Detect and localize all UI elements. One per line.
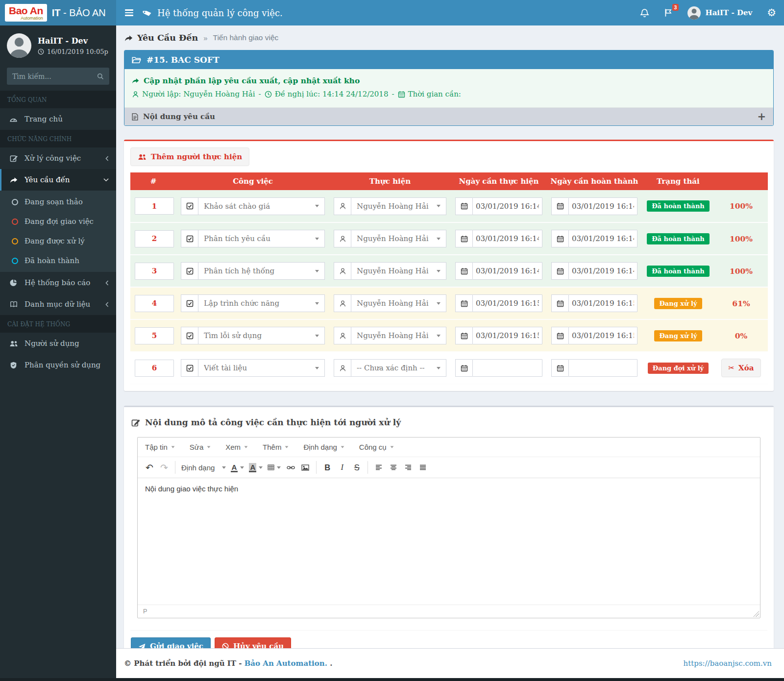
end-date-input[interactable] <box>568 230 637 247</box>
person-icon <box>334 262 351 280</box>
caret-down-icon <box>277 466 281 469</box>
insert-table-button[interactable] <box>265 460 283 475</box>
sidebar: HaiIT - Dev 16/01/2019 10:05p TỔNG QUAN … <box>0 25 116 678</box>
task-select[interactable]: Khảo sát chào giá <box>198 197 325 215</box>
richtext-editor: Tập tin Sửa Xem Thêm Định dạng Công cụ ↶… <box>137 437 760 618</box>
editor-content[interactable]: Nội dung giao việc thực hiện <box>138 478 760 605</box>
website-link[interactable]: https://baoanjsc.com.vn <box>684 659 772 668</box>
search-input[interactable] <box>12 73 97 80</box>
row-number-input[interactable] <box>135 197 174 215</box>
start-date-input[interactable] <box>472 359 542 377</box>
task-select[interactable]: Phân tích yêu cầu <box>198 230 325 247</box>
assignment-table: # Công việc Thực hiện Ngày cần thực hiện… <box>130 172 768 385</box>
start-date-input[interactable] <box>472 197 542 215</box>
sidebar-subitem-2[interactable]: Đang được xử lý <box>0 231 116 251</box>
search-button[interactable] <box>97 73 104 80</box>
assignee-select[interactable]: -- Chưa xác định -- <box>351 359 446 377</box>
row-number-input[interactable] <box>135 327 174 344</box>
row-number-input[interactable] <box>135 295 174 312</box>
breadcrumb-current[interactable]: Yêu Cầu Đến <box>124 33 198 43</box>
assignee-select[interactable]: Nguyễn Hoàng Hải <box>351 327 446 344</box>
text-color-button[interactable]: A <box>228 460 247 475</box>
notifications-button[interactable] <box>640 8 649 18</box>
row-number-input[interactable] <box>135 263 174 280</box>
align-justify-button[interactable] <box>416 460 430 475</box>
resize-handle[interactable] <box>753 611 759 617</box>
calendar-icon <box>557 332 564 340</box>
editor-menu-3[interactable]: Thêm <box>263 443 289 451</box>
align-center-button[interactable] <box>386 460 401 475</box>
align-right-button[interactable] <box>401 460 416 475</box>
align-left-button[interactable] <box>371 460 386 475</box>
task-select[interactable]: Lập trình chức năng <box>198 294 325 312</box>
task-select[interactable]: Phân tích hệ thống <box>198 262 325 280</box>
col-actions <box>714 172 768 190</box>
sidebar-subitem-0[interactable]: Đang soạn thảo <box>0 192 116 212</box>
user-menu[interactable]: HaiIT - Dev <box>687 6 752 20</box>
sidebar-subitem-3[interactable]: Đã hoàn thành <box>0 251 116 270</box>
undo-button[interactable]: ↶ <box>142 460 157 475</box>
assignee-select[interactable]: Nguyễn Hoàng Hải <box>351 230 446 247</box>
editor-menu-5[interactable]: Công cụ <box>359 443 394 451</box>
editor-menu-1[interactable]: Sửa <box>190 443 211 451</box>
sidebar-item-permissions[interactable]: Phân quyền sử dụng <box>0 354 116 376</box>
end-date-input[interactable] <box>568 262 637 280</box>
end-date-input[interactable] <box>568 197 637 215</box>
background-color-button[interactable]: A <box>246 460 265 475</box>
brand-logo[interactable]: Bao An Automation IT - BẢO AN <box>0 0 116 25</box>
expand-plus-icon[interactable]: + <box>757 113 766 121</box>
settings-button[interactable]: ⚙ <box>767 8 776 18</box>
calendar-icon <box>398 91 405 98</box>
send-assignment-button[interactable]: Gửi giao việc <box>131 637 211 648</box>
start-date-input[interactable] <box>472 294 542 312</box>
sidebar-item-reports[interactable]: Hệ thống báo cáo <box>0 272 116 293</box>
flags-button[interactable]: 3 <box>664 8 673 17</box>
company-link[interactable]: Bảo An Automation. <box>245 659 327 668</box>
page-title: Hệ thống quản lý công việc. <box>142 8 283 18</box>
assignee-select[interactable]: Nguyễn Hoàng Hải <box>351 197 446 215</box>
task-select[interactable]: Tìm lỗi sử dụng <box>198 327 325 344</box>
calendar-icon <box>551 359 568 377</box>
bold-button[interactable]: B <box>320 460 335 475</box>
insert-image-button[interactable] <box>298 460 313 475</box>
end-date-input[interactable] <box>568 294 637 312</box>
sidebar-toggle-icon[interactable] <box>124 6 134 19</box>
caret-down-icon <box>222 466 226 469</box>
calendar-icon <box>557 235 564 243</box>
editor-menu-2[interactable]: Xem <box>225 443 248 451</box>
end-date-input[interactable] <box>568 327 637 344</box>
assignee-select[interactable]: Nguyễn Hoàng Hải <box>351 262 446 280</box>
sidebar-subitem-1[interactable]: Đang đợi giao việc <box>0 212 116 231</box>
delete-row-button[interactable]: ✂ Xóa <box>721 359 761 377</box>
row-number-input[interactable] <box>135 230 174 247</box>
sidebar-item-process[interactable]: Xử lý công việc <box>0 147 116 169</box>
editor-menu-0[interactable]: Tập tin <box>145 443 175 451</box>
end-date-input[interactable] <box>568 359 637 377</box>
check-square-icon <box>186 332 194 340</box>
caret-down-icon <box>437 238 441 240</box>
insert-link-button[interactable] <box>283 460 298 475</box>
calendar-icon <box>461 268 468 275</box>
row-number-input[interactable] <box>135 360 174 377</box>
start-date-input[interactable] <box>472 327 542 344</box>
editor-menu-4[interactable]: Định dạng <box>303 443 344 451</box>
start-date-input[interactable] <box>472 262 542 280</box>
sidebar-item-requests[interactable]: Yêu cầu đến <box>0 169 116 191</box>
task-row: Khảo sát chào giá Nguyễn Hoàng Hải <box>130 190 768 222</box>
assignee-select[interactable]: Nguyễn Hoàng Hải <box>351 294 446 312</box>
sidebar-item-home[interactable]: Trang chủ <box>0 108 116 130</box>
sidebar-item-categories[interactable]: Danh mục dữ liệu <box>0 293 116 315</box>
strikethrough-button[interactable]: S <box>349 460 364 475</box>
start-date-input[interactable] <box>472 230 542 247</box>
sidebar-section-settings: CÀI ĐẶT HỆ THỐNG <box>0 315 116 333</box>
sidebar-item-users[interactable]: Người sử dụng <box>0 333 116 354</box>
check-square-icon <box>181 327 198 344</box>
add-assignee-button[interactable]: Thêm người thực hiện <box>130 147 249 166</box>
italic-button[interactable]: I <box>335 460 349 475</box>
redo-button[interactable]: ↷ <box>157 460 172 475</box>
task-select[interactable]: Viết tài liệu <box>198 359 325 377</box>
format-dropdown[interactable]: Định dạng <box>179 460 228 475</box>
avatar <box>7 33 31 58</box>
cancel-request-button[interactable]: Hủy yêu cầu <box>215 637 291 648</box>
request-content-toggle[interactable]: Nội dung yêu cầu + <box>124 108 773 125</box>
